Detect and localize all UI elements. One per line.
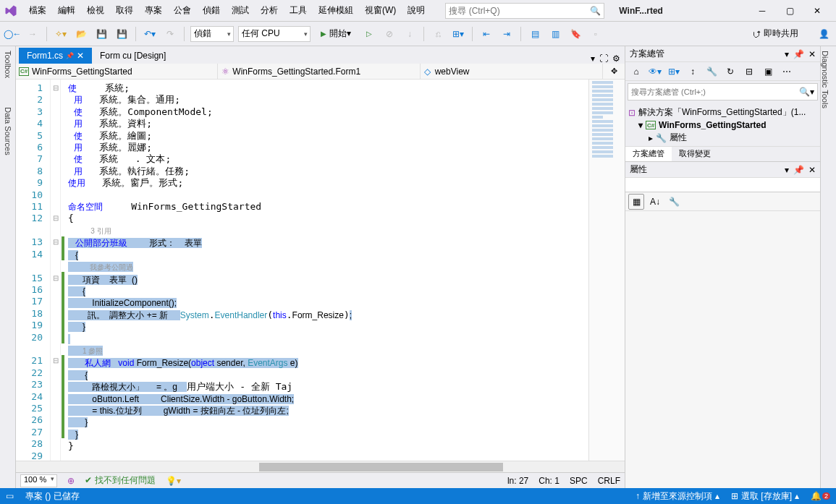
panel-pin-icon[interactable]: 📌 bbox=[793, 165, 804, 175]
output-icon[interactable]: ▭ bbox=[6, 491, 14, 501]
diagnostic-rail[interactable]: Diagnostic Tools bbox=[821, 51, 829, 108]
tab-fullscreen-icon[interactable]: ⛶ bbox=[599, 54, 608, 64]
open-file-button[interactable]: 📂 bbox=[73, 26, 89, 42]
notifications-button[interactable]: 🔔2 bbox=[811, 491, 830, 501]
quick-search-input[interactable] bbox=[449, 6, 590, 16]
menu-檢視[interactable]: 檢視 bbox=[81, 2, 110, 19]
categorize-icon[interactable]: ▦ bbox=[628, 194, 644, 210]
sln-showall-icon[interactable]: ▣ bbox=[760, 64, 776, 80]
start-debug-button[interactable]: ▶開始▾ bbox=[315, 26, 357, 42]
lightbulb-icon[interactable]: 💡▾ bbox=[166, 476, 181, 486]
panel-menu-icon[interactable]: ▾ bbox=[785, 165, 789, 175]
tab-close-icon[interactable]: ✕ bbox=[77, 51, 84, 61]
account-button[interactable]: 👤 bbox=[816, 26, 832, 42]
repo-button[interactable]: ⊞選取 [存放庫] ▴ bbox=[731, 490, 799, 503]
platform-combo[interactable]: 任何 CPU bbox=[238, 26, 311, 42]
properties-grid[interactable] bbox=[625, 211, 820, 488]
menu-工具[interactable]: 工具 bbox=[284, 2, 313, 19]
save-all-button[interactable]: 💾 bbox=[114, 26, 130, 42]
sln-sync-icon[interactable]: ↕ bbox=[685, 64, 701, 80]
repo-icon: ⊞ bbox=[731, 491, 738, 501]
solution-tab[interactable]: 方案總管 bbox=[625, 147, 672, 161]
tab-gear-icon[interactable]: ⚙ bbox=[612, 54, 620, 64]
source-control-button[interactable]: ↑新增至來源控制項 ▴ bbox=[636, 490, 719, 503]
start-without-debug-button[interactable]: ▷ bbox=[361, 26, 377, 42]
indent-left-button[interactable]: ⇤ bbox=[478, 26, 494, 42]
toolbox-rail[interactable]: Toolbox bbox=[4, 51, 12, 78]
pin-icon[interactable]: 📌 bbox=[66, 52, 74, 59]
props-wrench-icon[interactable]: 🔧 bbox=[666, 194, 682, 210]
menu-取得[interactable]: 取得 bbox=[110, 2, 139, 19]
git-changes-tab[interactable]: 取得變更 bbox=[672, 147, 718, 161]
menu-測試[interactable]: 測試 bbox=[226, 2, 255, 19]
sln-more-icon[interactable]: ⋯ bbox=[779, 64, 795, 80]
sln-collapse-icon[interactable]: ⊟ bbox=[741, 64, 757, 80]
close-button[interactable]: ✕ bbox=[810, 4, 824, 18]
solution-search-input[interactable] bbox=[631, 87, 799, 96]
datasources-rail[interactable]: Data Sources bbox=[4, 107, 12, 155]
menu-分析[interactable]: 分析 bbox=[255, 2, 284, 19]
minimize-button[interactable]: ─ bbox=[755, 4, 769, 18]
nav-member-combo[interactable]: ◇webView bbox=[421, 64, 603, 79]
fold-column[interactable]: ⊟ ⊟ ⊟ ⊟ ⊟ bbox=[51, 80, 61, 461]
menu-編輯[interactable]: 編輯 bbox=[52, 2, 81, 19]
code-editor[interactable]: 使 系統; 用 系統。集合。通用; 使 系統。ComponentModel; 用… bbox=[65, 80, 588, 461]
horizontal-scrollbar[interactable] bbox=[16, 461, 625, 472]
menu-檔案[interactable]: 檔案 bbox=[23, 2, 52, 19]
menu-延伸模組[interactable]: 延伸模組 bbox=[313, 2, 359, 19]
menu-視窗(W)[interactable]: 視窗(W) bbox=[359, 2, 402, 19]
quick-search[interactable]: 🔍 bbox=[445, 3, 604, 19]
vs-logo bbox=[4, 4, 17, 17]
tree-solution-node[interactable]: ⊡解決方案「WinForms_GettingStarted」(1... bbox=[628, 106, 817, 119]
sln-tree-icon[interactable]: ⊞▾ bbox=[666, 64, 682, 80]
tb-icon-2[interactable]: ↓ bbox=[402, 26, 418, 42]
tb-icon-1[interactable]: ⊘ bbox=[381, 26, 397, 42]
menu-說明[interactable]: 說明 bbox=[402, 2, 431, 19]
sln-home-icon[interactable]: ⌂ bbox=[628, 64, 644, 80]
properties-toolbar: ▦ A↓ 🔧 bbox=[625, 192, 820, 211]
panel-menu-icon[interactable]: ▾ bbox=[785, 49, 789, 59]
tree-project-node[interactable]: ▾ C#WinForms_GettingStarted bbox=[628, 119, 817, 131]
solution-search[interactable]: 🔍▾ bbox=[628, 83, 818, 101]
tb-icon-9[interactable]: ▫ bbox=[588, 26, 604, 42]
menu-專案[interactable]: 專案 bbox=[139, 2, 168, 19]
config-combo[interactable]: 偵錯 bbox=[190, 26, 234, 42]
health-icon[interactable]: ⊕ bbox=[67, 476, 75, 486]
tb-icon-3[interactable]: ⎌ bbox=[430, 26, 446, 42]
zoom-combo[interactable]: 100 % bbox=[20, 474, 57, 487]
maximize-button[interactable]: ▢ bbox=[782, 4, 797, 18]
comment-button[interactable]: ▤ bbox=[527, 26, 543, 42]
new-project-button[interactable]: ✧▾ bbox=[53, 26, 69, 42]
error-status[interactable]: ✔ 找不到任何問題 bbox=[85, 474, 155, 487]
sort-icon[interactable]: A↓ bbox=[647, 194, 663, 210]
save-button[interactable]: 💾 bbox=[93, 26, 109, 42]
bookmark-button[interactable]: 🔖 bbox=[567, 26, 583, 42]
minimap[interactable] bbox=[588, 80, 625, 461]
undo-button[interactable]: ↶▾ bbox=[142, 26, 158, 42]
tab-form1-cs[interactable]: Form1.cs📌✕ bbox=[19, 48, 92, 64]
menu-公會[interactable]: 公會 bbox=[168, 2, 197, 19]
nav-project-combo[interactable]: C#WinForms_GettingStarted bbox=[16, 64, 218, 79]
nav-back-button[interactable]: ◯← bbox=[4, 26, 20, 42]
nav-class-combo[interactable]: ⚛WinForms_GettingStarted.Form1 bbox=[218, 64, 420, 79]
solution-tree[interactable]: ⊡解決方案「WinForms_GettingStarted」(1... ▾ C#… bbox=[625, 103, 820, 146]
panel-pin-icon[interactable]: 📌 bbox=[793, 49, 804, 59]
spaces-indicator[interactable]: SPC bbox=[570, 476, 588, 486]
uncomment-button[interactable]: ▥ bbox=[547, 26, 563, 42]
lineending-indicator[interactable]: CRLF bbox=[598, 476, 620, 486]
split-button[interactable]: ✥ bbox=[603, 64, 625, 79]
panel-close-icon[interactable]: ✕ bbox=[808, 165, 816, 175]
panel-close-icon[interactable]: ✕ bbox=[808, 49, 816, 59]
sln-refresh-icon[interactable]: ↻ bbox=[722, 64, 738, 80]
tb-icon-4[interactable]: ⊞▾ bbox=[450, 26, 466, 42]
sln-view-icon[interactable]: 👁▾ bbox=[647, 64, 663, 80]
indent-right-button[interactable]: ⇥ bbox=[499, 26, 515, 42]
nav-fwd-button[interactable]: → bbox=[25, 26, 41, 42]
menu-偵錯[interactable]: 偵錯 bbox=[197, 2, 226, 19]
tab-form-design[interactable]: Form cu [Design] bbox=[92, 48, 174, 64]
live-share-button[interactable]: ⮍ 即時共用 bbox=[746, 27, 804, 40]
tree-properties-node[interactable]: ▸ 🔧屬性 bbox=[628, 131, 817, 145]
tab-dropdown-icon[interactable]: ▾ bbox=[591, 54, 595, 64]
sln-wrench-icon[interactable]: 🔧 bbox=[704, 64, 719, 80]
redo-button[interactable]: ↷ bbox=[162, 26, 178, 42]
